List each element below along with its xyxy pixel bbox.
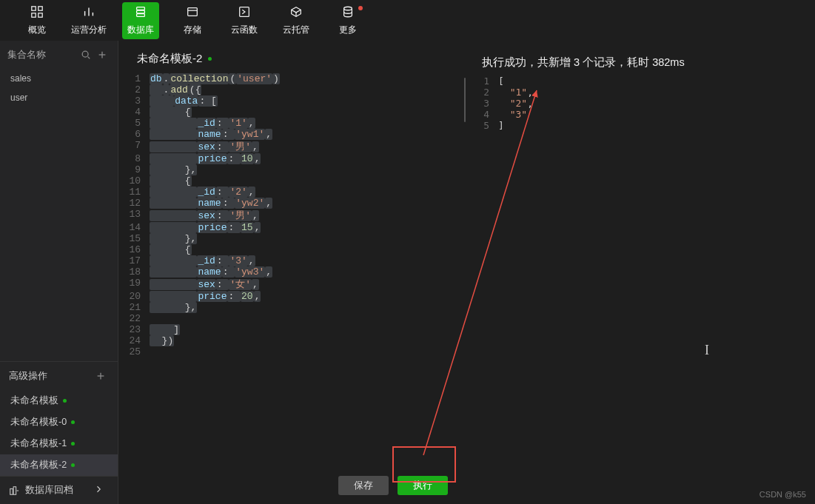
svg-rect-3 xyxy=(38,13,42,16)
more-icon xyxy=(341,5,355,21)
text-cursor-icon: I xyxy=(705,343,709,358)
editor-panel: 未命名模板-2 1db.collection('user')2 .add({3 … xyxy=(118,41,463,504)
unsaved-dot-icon xyxy=(63,399,67,403)
result-output: 1[2 "1",3 "2",4 "3"5] xyxy=(467,75,815,504)
nav-more[interactable]: 更多 xyxy=(329,2,366,39)
nav-storage[interactable]: 存储 xyxy=(174,2,211,39)
advanced-label: 高级操作 xyxy=(9,369,93,383)
advanced-header: 高级操作 xyxy=(0,361,118,390)
template-item[interactable]: 未命名模板-2 xyxy=(0,454,118,476)
rollback-icon xyxy=(9,485,19,496)
function-icon xyxy=(238,5,251,21)
nav-database[interactable]: 数据库 xyxy=(122,2,159,39)
notification-dot-icon xyxy=(358,6,363,10)
result-status: 执行成功，共新增 3 个记录，耗时 382ms xyxy=(467,41,815,75)
svg-rect-2 xyxy=(32,13,36,16)
editor-buttons: 保存 执行 xyxy=(118,467,463,504)
result-panel: 执行成功，共新增 3 个记录，耗时 382ms 1[2 "1",3 "2",4 … xyxy=(467,41,815,504)
chart-icon xyxy=(82,5,95,21)
svg-rect-22 xyxy=(13,486,16,494)
top-nav: 概览运营分析数据库存储云函数云托管更多 xyxy=(0,0,815,41)
watermark: CSDN @k55 xyxy=(759,490,806,499)
svg-line-16 xyxy=(88,57,90,59)
svg-rect-1 xyxy=(38,6,42,10)
run-button[interactable]: 执行 xyxy=(398,476,448,495)
rollback-label: 数据库回档 xyxy=(25,484,73,497)
svg-rect-0 xyxy=(32,6,36,10)
nav-label: 概览 xyxy=(28,24,46,36)
svg-rect-21 xyxy=(10,488,13,494)
template-name: 未命名模板-0 xyxy=(10,416,67,429)
svg-rect-7 xyxy=(137,7,145,10)
nav-label: 数据库 xyxy=(127,24,154,36)
rollback-button[interactable]: 数据库回档 xyxy=(0,476,118,504)
nav-chart[interactable]: 运营分析 xyxy=(70,2,107,39)
search-icon[interactable] xyxy=(78,47,94,63)
nav-overview[interactable]: 概览 xyxy=(19,2,56,39)
code-editor[interactable]: 1db.collection('user')2 .add({3 data: [4… xyxy=(118,73,463,467)
nav-hosting[interactable]: 云托管 xyxy=(278,2,315,39)
svg-rect-9 xyxy=(137,13,145,16)
unsaved-dot-icon xyxy=(71,420,75,424)
database-icon xyxy=(134,5,147,21)
collection-item[interactable]: user xyxy=(0,88,118,107)
svg-rect-10 xyxy=(188,7,198,16)
plus-icon[interactable] xyxy=(94,47,110,63)
nav-label: 存储 xyxy=(184,24,201,36)
unsaved-dot-icon xyxy=(71,463,75,467)
template-item[interactable]: 未命名模板-0 xyxy=(0,411,118,433)
storage-icon xyxy=(186,5,199,21)
svg-point-14 xyxy=(344,7,352,10)
collections-header: 集合名称 xyxy=(0,41,118,69)
template-name: 未命名模板 xyxy=(10,394,58,407)
template-list: 未命名模板未命名模板-0未命名模板-1未命名模板-2 xyxy=(0,390,118,476)
unsaved-dot-icon xyxy=(71,442,75,446)
sidebar: 集合名称 salesuser 高级操作 未命名模板未命名模板-0未命名模板-1未… xyxy=(0,41,118,504)
nav-label: 运营分析 xyxy=(71,24,107,36)
template-name: 未命名模板-1 xyxy=(10,437,67,450)
plus-icon[interactable] xyxy=(93,368,109,384)
nav-label: 云托管 xyxy=(283,24,309,36)
svg-point-15 xyxy=(82,51,88,57)
hosting-icon xyxy=(289,5,303,21)
collection-item[interactable]: sales xyxy=(0,69,118,88)
svg-rect-8 xyxy=(137,10,145,13)
template-name: 未命名模板-2 xyxy=(10,459,67,471)
overview-icon xyxy=(30,5,44,21)
editor-title: 未命名模板-2 xyxy=(118,41,463,73)
unsaved-dot-icon xyxy=(208,57,212,61)
chevron-right-icon xyxy=(94,485,109,496)
nav-label: 云函数 xyxy=(231,24,258,36)
template-item[interactable]: 未命名模板 xyxy=(0,390,118,411)
nav-label: 更多 xyxy=(339,24,357,36)
save-button[interactable]: 保存 xyxy=(338,476,389,495)
collection-list: salesuser xyxy=(0,69,118,107)
nav-function[interactable]: 云函数 xyxy=(226,2,263,39)
template-item[interactable]: 未命名模板-1 xyxy=(0,433,118,454)
collections-label: 集合名称 xyxy=(7,49,78,61)
panel-divider[interactable] xyxy=(463,41,467,504)
